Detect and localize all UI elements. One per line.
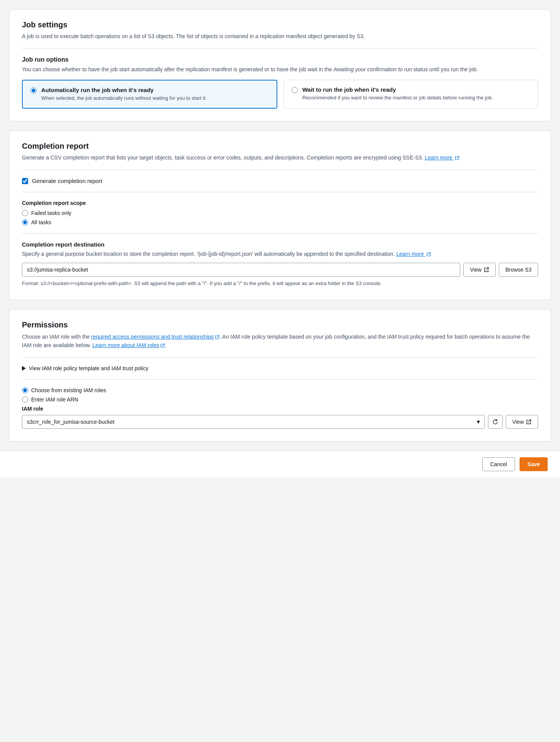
divider-6 — [22, 379, 538, 379]
browse-s3-button[interactable]: Browse S3 — [499, 263, 538, 277]
view-destination-button[interactable]: View — [463, 263, 496, 277]
permissions-desc: Choose an IAM role with the required acc… — [22, 332, 538, 350]
enter-arn-row[interactable]: Enter IAM role ARN — [22, 396, 538, 403]
format-hint: Format: s3://<bucket>/<optional-prefix-w… — [22, 280, 538, 287]
job-run-desc-italic: Awaiting your confirmation to run — [334, 66, 412, 72]
view-iam-external-icon — [526, 419, 531, 425]
cancel-button[interactable]: Cancel — [482, 457, 515, 471]
completion-report-learn-more-link[interactable]: Learn more — [425, 154, 459, 161]
generate-report-row[interactable]: Generate completion report — [22, 178, 538, 184]
job-settings-section: Job settings A job is used to execute ba… — [9, 9, 551, 121]
job-run-radio-row: Automatically run the job when it's read… — [22, 80, 538, 109]
refresh-iam-role-button[interactable] — [488, 415, 503, 429]
destination-desc: Specify a general purpose bucket locatio… — [22, 250, 538, 258]
iam-role-label: IAM role — [22, 406, 538, 412]
job-run-options-desc: You can choose whether to have the job s… — [22, 65, 538, 74]
destination-learn-more-link[interactable]: Learn more — [396, 251, 431, 257]
page-wrapper: Job settings A job is used to execute ba… — [0, 0, 560, 477]
choose-existing-label: Choose from existing IAM roles — [31, 387, 106, 393]
destination-external-icon — [426, 252, 431, 257]
destination-title: Completion report destination — [22, 241, 538, 248]
completion-report-desc: Generate a CSV completion report that li… — [22, 154, 538, 162]
scope-all-radio[interactable] — [22, 219, 28, 225]
auto-run-desc: When selected, the job automatically run… — [41, 95, 207, 102]
view-iam-role-button[interactable]: View — [506, 415, 538, 429]
triangle-icon — [22, 366, 26, 371]
divider-1 — [22, 48, 538, 49]
wait-run-label: Wait to run the job when it's ready — [302, 86, 493, 93]
enter-arn-radio[interactable] — [22, 396, 28, 403]
job-run-desc-end: status until you run the job. — [412, 66, 478, 72]
refresh-icon — [492, 419, 498, 425]
perms-required-link[interactable]: required access permissions and trust re… — [91, 334, 220, 340]
generate-report-checkbox[interactable] — [22, 178, 28, 184]
destination-input[interactable] — [22, 263, 460, 277]
completion-report-title: Completion report — [22, 142, 538, 151]
scope-title: Completion report scope — [22, 200, 538, 206]
divider-5 — [22, 357, 538, 358]
auto-run-option[interactable]: Automatically run the job when it's read… — [22, 80, 277, 109]
completion-report-section: Completion report Generate a CSV complet… — [9, 131, 551, 300]
footer-bar: Cancel Save — [0, 451, 560, 477]
perms-external-icon-1 — [215, 335, 220, 339]
perms-external-icon-2 — [160, 343, 165, 348]
auto-run-content: Automatically run the job when it's read… — [41, 87, 207, 102]
destination-desc-text: Specify a general purpose bucket locatio… — [22, 251, 395, 257]
job-settings-title: Job settings — [22, 20, 538, 29]
destination-input-row: View Browse S3 — [22, 263, 538, 277]
perms-desc-part1: Choose an IAM role with the — [22, 334, 91, 340]
permissions-section: Permissions Choose an IAM role with the … — [9, 309, 551, 442]
iam-role-select[interactable]: s3crr_role_for_jumisa-source-bucket — [22, 415, 485, 429]
view-iam-policy-label: View IAM role policy template and IAM tr… — [29, 365, 148, 371]
wait-run-radio[interactable] — [292, 87, 298, 93]
save-button[interactable]: Save — [520, 457, 548, 471]
completion-report-desc-text: Generate a CSV completion report that li… — [22, 154, 423, 161]
iam-role-input-row: s3crr_role_for_jumisa-source-bucket ▼ Vi… — [22, 415, 538, 429]
view-external-icon — [484, 267, 489, 272]
scope-all-row[interactable]: All tasks — [22, 219, 538, 225]
scope-all-label: All tasks — [31, 219, 51, 225]
auto-run-label: Automatically run the job when it's read… — [41, 87, 207, 93]
scope-failed-label: Failed tasks only — [31, 210, 71, 216]
generate-report-label: Generate completion report — [32, 178, 102, 184]
divider-2 — [22, 170, 538, 170]
scope-failed-radio[interactable] — [22, 210, 28, 216]
permissions-title: Permissions — [22, 321, 538, 329]
job-settings-desc: A job is used to execute batch operation… — [22, 32, 538, 40]
completion-report-learn-more: Learn more — [425, 154, 459, 161]
wait-run-content: Wait to run the job when it's ready Reco… — [302, 86, 493, 101]
view-iam-policy-row[interactable]: View IAM role policy template and IAM tr… — [22, 365, 538, 371]
divider-3 — [22, 192, 538, 192]
wait-run-desc: Recommended if you want to review the ma… — [302, 94, 493, 101]
external-link-icon — [455, 156, 459, 160]
perms-learn-more-link[interactable]: Learn more about IAM roles — [92, 342, 165, 348]
scope-failed-row[interactable]: Failed tasks only — [22, 210, 538, 216]
job-run-desc-normal: You can choose whether to have the job s… — [22, 66, 334, 72]
iam-role-select-wrapper: s3crr_role_for_jumisa-source-bucket ▼ — [22, 415, 485, 429]
divider-4 — [22, 233, 538, 233]
scope-section: Completion report scope Failed tasks onl… — [22, 200, 538, 225]
auto-run-radio[interactable] — [30, 87, 37, 94]
choose-existing-radio[interactable] — [22, 387, 28, 393]
choose-existing-row[interactable]: Choose from existing IAM roles — [22, 387, 538, 393]
wait-run-option[interactable]: Wait to run the job when it's ready Reco… — [283, 80, 538, 109]
job-run-options-title: Job run options — [22, 56, 538, 63]
enter-arn-label: Enter IAM role ARN — [31, 396, 78, 403]
